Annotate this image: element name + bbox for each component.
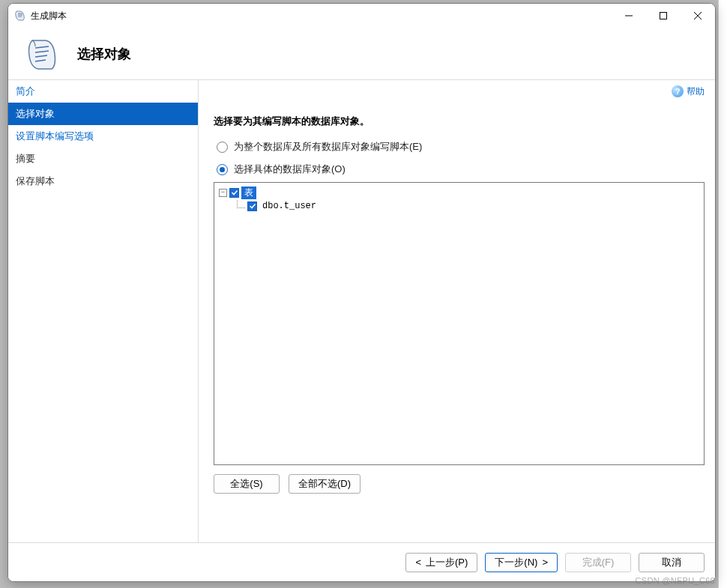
dialog-body: 简介 选择对象 设置脚本编写选项 摘要 保存脚本 ? 帮助 选择要为其编写脚本的…	[8, 80, 715, 542]
radio-icon	[217, 164, 228, 175]
background-sliver	[718, 0, 727, 588]
help-label: 帮助	[687, 85, 705, 98]
button-label: 全部不选(D)	[298, 477, 351, 491]
sidebar-item-label: 摘要	[16, 153, 35, 164]
tree-node-tables[interactable]: − 表	[219, 186, 699, 199]
radio-label: 为整个数据库及所有数据库对象编写脚本(E)	[234, 140, 422, 154]
sidebar-item-label: 选择对象	[16, 108, 55, 119]
button-label: 全选(S)	[230, 477, 262, 491]
titlebar: 生成脚本	[8, 4, 715, 28]
deselect-all-button[interactable]: 全部不选(D)	[289, 474, 361, 494]
window-controls	[612, 4, 715, 28]
select-all-button[interactable]: 全选(S)	[214, 474, 280, 494]
sidebar-item-label: 保存脚本	[16, 175, 55, 187]
minimize-button[interactable]	[612, 4, 646, 28]
chevron-right-icon: >	[542, 557, 548, 568]
sidebar-item-save-scripts[interactable]: 保存脚本	[8, 170, 198, 193]
chevron-left-icon: <	[415, 557, 421, 568]
instruction-text: 选择要为其编写脚本的数据库对象。	[214, 115, 705, 128]
tree-node-label: dbo.t_user	[259, 201, 319, 211]
selection-buttons: 全选(S) 全部不选(D)	[214, 474, 705, 494]
page-header: 选择对象	[8, 28, 715, 80]
radio-icon	[217, 142, 228, 153]
next-button[interactable]: 下一步(N) >	[485, 553, 558, 572]
finish-button: 完成(F)	[565, 553, 631, 572]
main-content: ? 帮助 选择要为其编写脚本的数据库对象。 为整个数据库及所有数据库对象编写脚本…	[199, 80, 715, 542]
wizard-footer: < 上一步(P) 下一步(N) > 完成(F) 取消	[8, 542, 715, 581]
button-label: 取消	[662, 556, 681, 569]
sidebar-item-choose-objects[interactable]: 选择对象	[8, 103, 198, 125]
objects-tree[interactable]: − 表 dbo.t_user	[214, 182, 705, 465]
page-title: 选择对象	[77, 45, 131, 63]
radio-label: 选择具体的数据库对象(O)	[234, 163, 346, 176]
tree-node-label: 表	[241, 187, 256, 199]
tree-node-table-item[interactable]: dbo.t_user	[219, 199, 699, 213]
script-scroll-icon	[25, 36, 61, 72]
checkbox-checked-icon[interactable]	[247, 201, 257, 211]
tree-connector-icon	[237, 200, 245, 208]
cancel-button[interactable]: 取消	[639, 553, 705, 572]
sidebar-item-intro[interactable]: 简介	[8, 80, 198, 103]
sidebar-item-scripting-options[interactable]: 设置脚本编写选项	[8, 125, 198, 148]
sidebar-item-summary[interactable]: 摘要	[8, 148, 198, 170]
sidebar-item-label: 简介	[16, 85, 35, 97]
app-icon	[14, 10, 26, 22]
checkbox-checked-icon[interactable]	[229, 188, 239, 198]
dialog-window: 生成脚本 选择对象 简介	[7, 3, 716, 582]
radio-select-specific-objects[interactable]: 选择具体的数据库对象(O)	[217, 163, 705, 176]
sidebar-item-label: 设置脚本编写选项	[16, 130, 94, 142]
window-title: 生成脚本	[31, 10, 67, 22]
expand-toggle-icon[interactable]: −	[219, 189, 227, 197]
close-button[interactable]	[681, 4, 715, 28]
watermark-text: CSDN @NEPU_C66	[636, 576, 715, 585]
previous-button[interactable]: < 上一步(P)	[405, 553, 477, 572]
svg-rect-1	[660, 13, 667, 19]
maximize-button[interactable]	[646, 4, 681, 28]
help-icon: ?	[672, 85, 684, 97]
button-label: 完成(F)	[582, 556, 615, 569]
radio-script-entire-db[interactable]: 为整个数据库及所有数据库对象编写脚本(E)	[217, 140, 705, 154]
button-label: 下一步(N)	[495, 556, 537, 569]
wizard-steps-sidebar: 简介 选择对象 设置脚本编写选项 摘要 保存脚本	[8, 80, 199, 542]
help-link[interactable]: ? 帮助	[214, 80, 705, 103]
button-label: 上一步(P)	[426, 556, 468, 569]
